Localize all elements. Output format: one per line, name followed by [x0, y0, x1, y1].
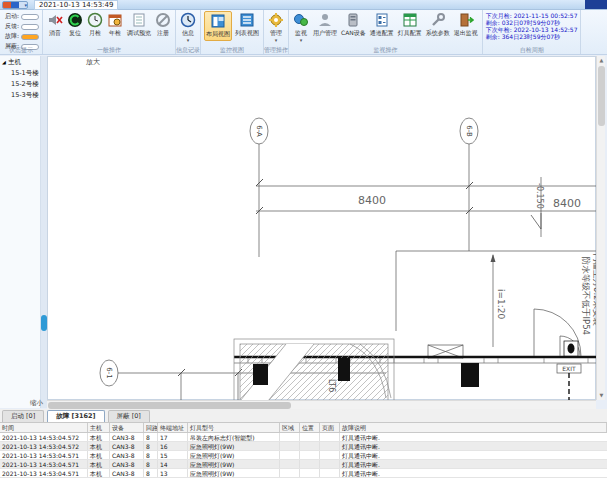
- tab-shield[interactable]: 屏蔽 [0]: [108, 410, 150, 422]
- column-header[interactable]: 故障说明: [340, 423, 607, 432]
- scroll-down-icon[interactable]: ▼: [597, 391, 606, 400]
- gear-icon: [268, 12, 284, 28]
- prohibit-icon: [155, 12, 171, 28]
- list-view-button[interactable]: 列表视图: [234, 11, 260, 39]
- column-right: [338, 358, 350, 381]
- layout-view-button[interactable]: 布局视图: [204, 11, 232, 41]
- annual-check-button[interactable]: 年检: [106, 11, 124, 39]
- table-cell: [280, 442, 300, 450]
- table-row[interactable]: 2021-10-13 14:53:04.572本机CAN3-8816应急照明灯(…: [0, 442, 607, 451]
- tab-start[interactable]: 启动 [0]: [2, 410, 44, 422]
- tree-node-building-2[interactable]: 15-2号楼: [0, 79, 40, 90]
- reset-button[interactable]: 复位: [66, 11, 84, 39]
- table-cell: 应急照明灯(9W): [188, 469, 280, 477]
- table-cell: [300, 442, 320, 450]
- register-button[interactable]: 注册: [154, 11, 172, 39]
- event-tabs: 启动 [0] 故障 [3162] 屏蔽 [0]: [0, 409, 607, 423]
- column-header[interactable]: 时间: [0, 423, 88, 432]
- table-cell: CAN3-8: [110, 433, 144, 441]
- table-cell: 应急照明灯(9W): [188, 451, 280, 459]
- reset-icon: [67, 12, 83, 28]
- table-cell: [320, 460, 340, 468]
- table-cell: [280, 469, 300, 477]
- floorplan-drawing: 放大 6-A 6-B 8400 8400 -0.150: [48, 57, 597, 401]
- column-header[interactable]: 位置: [300, 423, 320, 432]
- status-fault-lamp: [21, 34, 39, 40]
- tree-node-building-3[interactable]: 15-3号楼: [0, 90, 40, 101]
- table-cell: [280, 451, 300, 459]
- install-note-line2: 防水等级不低于IP54: [581, 257, 591, 335]
- tree-node-host[interactable]: ◢ 主机: [0, 56, 40, 68]
- can-device-button[interactable]: CAN设备: [340, 11, 367, 39]
- monitor-button[interactable]: 监视 ▾: [292, 11, 310, 43]
- chevron-down-icon: ▾: [300, 38, 303, 42]
- exit-monitor-button[interactable]: 退出监视: [453, 11, 479, 39]
- test-preview-button[interactable]: 调试预览: [126, 11, 152, 39]
- user-manage-button[interactable]: 用户管理: [312, 11, 338, 39]
- table-cell: 8: [144, 451, 158, 459]
- table-cell: CAN3-8: [110, 442, 144, 450]
- calendar-clock-icon: [107, 12, 123, 28]
- window-controls[interactable]: [585, 0, 607, 9]
- table-cell: 2021-10-13 14:53:04.571: [0, 460, 88, 468]
- vertical-scroll-thumb[interactable]: [598, 66, 605, 126]
- table-cell: [280, 433, 300, 441]
- ribbon-group-manage: 管理 ▾ 管理操作: [264, 10, 289, 54]
- column-header[interactable]: 终端地址: [158, 423, 188, 432]
- tree-expand-icon[interactable]: ◢: [2, 59, 6, 65]
- preview-sheet-icon: [131, 12, 147, 28]
- chevron-down-icon: ▾: [275, 38, 278, 42]
- user-icon: [317, 12, 333, 28]
- column-header[interactable]: 灯具型号: [188, 423, 280, 432]
- ribbon-toolbar: 启动: 反馈: 故障: 屏蔽: 状态提示 消音: [0, 10, 607, 55]
- grid-bubble-a-label: 6-A: [255, 125, 263, 137]
- column-header[interactable]: 主机: [88, 423, 110, 432]
- table-cell: 14: [158, 460, 188, 468]
- ribbon-group-view: 布局视图 列表视图 监控视图: [201, 10, 264, 54]
- table-cell: 本机: [88, 442, 110, 450]
- wrench-icon: [430, 12, 446, 28]
- table-cell: CAN3-8: [110, 451, 144, 459]
- table-row[interactable]: 2021-10-13 14:53:04.571本机CAN3-8813应急照明灯(…: [0, 469, 607, 478]
- lamp-config-button[interactable]: 灯具配置: [397, 11, 423, 39]
- monthly-check-button[interactable]: 月检: [86, 11, 104, 39]
- manage-button[interactable]: 管理 ▾: [267, 11, 285, 43]
- table-cell: 灯具通讯中断.: [340, 460, 607, 468]
- fault-table: 时间主机设备回路终端地址灯具型号区域位置页面故障说明 2021-10-13 14…: [0, 423, 607, 478]
- zoom-in-label[interactable]: 放大: [86, 58, 100, 66]
- column-header[interactable]: 回路: [144, 423, 158, 432]
- horizontal-scroll-thumb[interactable]: [48, 402, 291, 409]
- orbs-icon: [293, 12, 309, 28]
- table-cell: 2021-10-13 14:53:04.572: [0, 442, 88, 450]
- table-row[interactable]: 2021-10-13 14:53:04.572本机CAN3-8817吊装左向标志…: [0, 433, 607, 442]
- table-cell: 灯具通讯中断.: [340, 451, 607, 459]
- table-row[interactable]: 2021-10-13 14:53:04.571本机CAN3-8814应急照明灯(…: [0, 460, 607, 469]
- info-button[interactable]: 信息 ▾: [179, 11, 197, 43]
- table-cell: 15: [158, 451, 188, 459]
- floorplan-canvas[interactable]: 放大 6-A 6-B 8400 8400 -0.150: [47, 56, 596, 400]
- quick-access-toolbar[interactable]: ▾: [2, 1, 28, 9]
- table-cell: 13: [158, 469, 188, 477]
- exit-door-icon: [458, 12, 474, 28]
- tab-fault[interactable]: 故障 [3162]: [47, 410, 104, 422]
- status-fault: 故障:: [3, 32, 39, 41]
- mute-button[interactable]: 消音: [46, 11, 64, 39]
- table-cell: 本机: [88, 433, 110, 441]
- scroll-up-icon[interactable]: ▲: [597, 56, 606, 65]
- column-header[interactable]: 设备: [110, 423, 144, 432]
- vertical-scrollbar[interactable]: ▲ ▼: [596, 56, 605, 400]
- tree-node-building-1[interactable]: 15-1号楼: [0, 68, 40, 79]
- horizontal-scrollbar[interactable]: [47, 400, 596, 409]
- column-header[interactable]: 区域: [280, 423, 300, 432]
- ribbon-group-monitor: 监视 ▾ 用户管理 CAN设备 通道配置 灯具配置 系统参数: [289, 10, 483, 54]
- table-row[interactable]: 2021-10-13 14:53:04.571本机CAN3-8815应急照明灯(…: [0, 451, 607, 460]
- dimension-8400-right: 8400: [553, 197, 581, 210]
- table-cell: 吊装左向标志灯(智能型): [188, 433, 280, 441]
- channel-config-button[interactable]: 通道配置: [369, 11, 395, 39]
- column-header[interactable]: 页面: [320, 423, 340, 432]
- zoom-out-label[interactable]: 缩小: [30, 399, 43, 408]
- beam-tag-label: LT6: [327, 379, 336, 392]
- annual-remaining: 剩余: 364日23时59分07秒: [486, 33, 578, 40]
- table-cell: 灯具通讯中断.: [340, 442, 607, 450]
- system-params-button[interactable]: 系统参数: [425, 11, 451, 39]
